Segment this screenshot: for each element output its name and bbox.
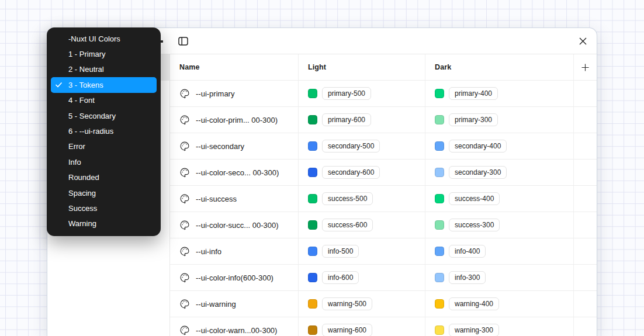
menu-item[interactable]: Rounded	[51, 170, 157, 185]
token-chip[interactable]: primary-400	[449, 87, 498, 100]
light-value-cell[interactable]: warning-500	[299, 291, 425, 317]
table-row: --ui-success success-500 success-400	[170, 186, 597, 212]
color-swatch	[435, 141, 444, 151]
variable-name-cell[interactable]: --ui-color-seco... 00-300)	[170, 160, 299, 185]
variable-name-cell[interactable]: --ui-primary	[170, 81, 299, 106]
palette-icon	[179, 272, 190, 283]
token-chip[interactable]: success-500	[322, 192, 373, 205]
token-chip[interactable]: info-300	[449, 271, 486, 284]
collections-menu: -Nuxt UI Colors 1 - Primary 2 - Neutral …	[47, 27, 161, 236]
column-header-light: Light	[299, 54, 425, 80]
table-row: --ui-primary primary-500 primary-400	[170, 81, 597, 107]
palette-icon	[179, 325, 190, 335]
table-row: --ui-color-seco... 00-300) secondary-600…	[170, 160, 597, 186]
color-swatch	[308, 325, 317, 335]
token-chip[interactable]: primary-500	[322, 87, 371, 100]
variables-table: Name Light Dark	[170, 54, 597, 336]
dark-value-cell[interactable]: success-400	[425, 186, 574, 212]
token-chip[interactable]: warning-400	[449, 297, 499, 310]
variable-name-cell[interactable]: --ui-color-prim... 00-300)	[170, 107, 299, 133]
color-swatch	[308, 194, 317, 203]
dark-value-cell[interactable]: secondary-300	[425, 160, 574, 185]
variable-name-cell[interactable]: --ui-color-succ... 00-300)	[170, 212, 299, 238]
palette-icon	[179, 88, 190, 99]
palette-icon	[179, 220, 190, 230]
token-chip[interactable]: secondary-300	[449, 166, 507, 179]
collection-trigger-dot	[161, 40, 163, 43]
palette-icon	[179, 115, 190, 125]
table-row: --ui-color-warn...00-300) warning-600 wa…	[170, 317, 597, 336]
light-value-cell[interactable]: info-600	[299, 265, 425, 290]
menu-item[interactable]: 5 - Secondary	[51, 108, 157, 123]
light-value-cell[interactable]: secondary-500	[299, 133, 425, 159]
variable-name-cell[interactable]: --ui-secondary	[170, 133, 299, 159]
empty-cell	[574, 317, 597, 336]
light-value-cell[interactable]: info-500	[299, 238, 425, 264]
add-mode-button[interactable]	[577, 59, 594, 75]
menu-item-label: 5 - Secondary	[68, 112, 116, 120]
menu-item[interactable]: 6 - --ui-radius	[51, 123, 157, 138]
color-swatch	[308, 168, 317, 177]
menu-item[interactable]: -Nuxt UI Colors	[51, 31, 157, 46]
token-chip[interactable]: warning-500	[322, 297, 372, 310]
dark-value-cell[interactable]: warning-400	[425, 291, 574, 317]
menu-item[interactable]: Info	[51, 154, 157, 169]
menu-item-label: Error	[68, 142, 85, 151]
menu-item[interactable]: 2 - Neutral	[51, 62, 157, 77]
token-chip[interactable]: warning-300	[449, 324, 499, 336]
dark-value-cell[interactable]: secondary-400	[425, 133, 574, 159]
token-chip[interactable]: secondary-400	[449, 140, 507, 153]
dark-value-cell[interactable]: info-300	[425, 265, 574, 290]
menu-item-label: 3 - Tokens	[68, 81, 103, 89]
light-value-cell[interactable]: warning-600	[299, 317, 425, 336]
menu-item[interactable]: Spacing	[51, 185, 157, 200]
light-value-cell[interactable]: primary-500	[299, 81, 425, 106]
token-chip[interactable]: secondary-500	[322, 140, 380, 153]
menu-item-label: Warning	[68, 219, 96, 228]
token-chip[interactable]: info-500	[322, 245, 359, 258]
dark-value-cell[interactable]: warning-300	[425, 317, 574, 336]
table-row: --ui-color-succ... 00-300) success-600 s…	[170, 212, 597, 238]
color-swatch	[435, 247, 444, 256]
variable-name-cell[interactable]: --ui-color-info(600-300)	[170, 265, 299, 290]
dark-value-cell[interactable]: primary-300	[425, 107, 574, 133]
menu-item[interactable]: Success	[51, 200, 157, 216]
variable-name-cell[interactable]: --ui-success	[170, 186, 299, 212]
close-button[interactable]	[574, 33, 591, 49]
token-chip[interactable]: success-300	[449, 219, 500, 231]
token-chip[interactable]: success-400	[449, 192, 500, 205]
light-value-cell[interactable]: secondary-600	[299, 160, 425, 185]
light-value-cell[interactable]: primary-600	[299, 107, 425, 133]
color-swatch	[435, 115, 444, 124]
table-rows: --ui-primary primary-500 primary-400 --u…	[170, 81, 597, 336]
light-value-cell[interactable]: success-600	[299, 212, 425, 238]
light-value-cell[interactable]: success-500	[299, 186, 425, 212]
sidebar-toggle-button[interactable]	[175, 33, 191, 49]
color-swatch	[308, 141, 317, 151]
variable-name-cell[interactable]: --ui-color-warn...00-300)	[170, 317, 299, 336]
dark-value-cell[interactable]: success-300	[425, 212, 574, 238]
variable-name-cell[interactable]: --ui-info	[170, 238, 299, 264]
token-chip[interactable]: success-600	[322, 219, 373, 231]
token-chip[interactable]: info-600	[322, 271, 359, 284]
menu-item[interactable]: 4 - Font	[51, 93, 157, 108]
token-chip[interactable]: primary-300	[449, 113, 498, 126]
empty-cell	[574, 265, 597, 290]
menu-item[interactable]: Error	[51, 139, 157, 154]
variable-name-cell[interactable]: --ui-warning	[170, 291, 299, 317]
token-chip[interactable]: secondary-600	[322, 166, 380, 179]
variable-name: --ui-warning	[196, 300, 236, 309]
menu-item-label: 2 - Neutral	[68, 65, 104, 74]
menu-item[interactable]: Warning	[51, 216, 157, 231]
menu-item[interactable]: 3 - Tokens	[51, 77, 157, 92]
token-chip[interactable]: info-400	[449, 245, 486, 258]
dark-value-cell[interactable]: primary-400	[425, 81, 574, 106]
token-chip[interactable]: warning-600	[322, 324, 372, 336]
menu-item-label: 4 - Font	[68, 96, 95, 105]
empty-cell	[574, 186, 597, 212]
token-chip[interactable]: primary-600	[322, 113, 371, 126]
dark-value-cell[interactable]: info-400	[425, 238, 574, 264]
menu-item[interactable]: 1 - Primary	[51, 46, 157, 61]
variable-name: --ui-color-seco... 00-300)	[196, 168, 279, 177]
table-row: --ui-secondary secondary-500 secondary-4…	[170, 133, 597, 160]
